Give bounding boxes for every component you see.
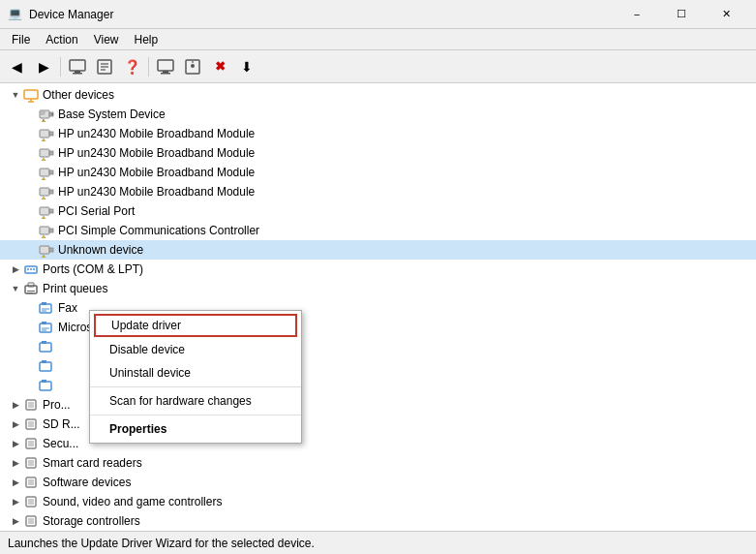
menu-help[interactable]: Help	[127, 31, 166, 48]
svg-marker-43	[42, 255, 45, 258]
svg-rect-57	[42, 322, 46, 324]
expand-print-queues[interactable]: ▼	[8, 281, 23, 296]
tree-item-base-system[interactable]: ! Base System Device	[0, 105, 756, 124]
hp2-label: HP un2430 Mobile Broadband Module	[58, 146, 255, 160]
minimize-button[interactable]: −	[615, 0, 659, 29]
svg-rect-9	[161, 73, 170, 75]
svg-rect-60	[40, 343, 51, 352]
software-icon	[23, 475, 39, 490]
tree-item-hp1[interactable]: HP un2430 Mobile Broadband Module	[0, 124, 756, 143]
software-label: Software devices	[43, 476, 131, 489]
svg-rect-42	[49, 248, 53, 252]
hp1-label: HP un2430 Mobile Broadband Module	[58, 127, 255, 140]
svg-rect-0	[70, 60, 85, 71]
title-bar: 💻 Device Manager − ☐ ✕	[0, 0, 756, 29]
svg-rect-71	[28, 441, 34, 446]
tree-item-unknown[interactable]: Unknown device	[0, 240, 756, 260]
svg-rect-19	[41, 112, 45, 113]
device-manager-button2[interactable]	[153, 54, 178, 79]
expand-other-devices[interactable]: ▼	[8, 87, 23, 103]
svg-marker-31	[42, 177, 45, 180]
window-controls: − ☐ ✕	[615, 0, 748, 29]
hp2-icon	[39, 145, 54, 161]
svg-rect-7	[158, 60, 173, 71]
tree-view[interactable]: ▼ Other devices ! Base System Device HP …	[0, 83, 756, 531]
uninstall-button[interactable]: ✖	[207, 54, 232, 79]
hp1-icon	[39, 126, 54, 141]
svg-rect-41	[40, 246, 49, 254]
smart-icon	[23, 455, 39, 471]
svg-rect-51	[27, 292, 33, 293]
tree-item-sound[interactable]: ▶ Sound, video and game controllers	[0, 492, 756, 511]
scan-hardware-button[interactable]: ⬇	[234, 54, 259, 79]
tree-item-software[interactable]: ▶ Software devices	[0, 473, 756, 492]
maximize-button[interactable]: ☐	[659, 0, 704, 29]
tree-item-smart[interactable]: ▶ Smart card readers	[0, 453, 756, 473]
menu-view[interactable]: View	[86, 31, 127, 48]
expand-software[interactable]: ▶	[8, 475, 23, 490]
toolbar-separator-1	[60, 57, 61, 77]
svg-rect-23	[40, 130, 49, 138]
tree-item-pci-simple[interactable]: PCI Simple Communications Controller	[0, 221, 756, 240]
menu-action[interactable]: Action	[38, 31, 85, 48]
context-menu: Update driver Disable device Uninstall d…	[89, 310, 302, 444]
forward-button[interactable]: ▶	[31, 54, 56, 79]
status-text: Launches the Update Driver Wizard for th…	[8, 537, 315, 550]
menu-file[interactable]: File	[4, 31, 38, 48]
tree-item-hp4[interactable]: HP un2430 Mobile Broadband Module	[0, 182, 756, 201]
svg-rect-36	[49, 209, 53, 213]
svg-rect-73	[28, 460, 34, 466]
tree-item-ports[interactable]: ▶ Ports (COM & LPT)	[0, 260, 756, 279]
expand-storage[interactable]: ▶	[8, 513, 23, 529]
printer5-icon	[39, 378, 54, 393]
svg-rect-8	[163, 71, 168, 73]
other-devices-icon	[23, 87, 39, 103]
toolbar-separator-2	[148, 57, 149, 77]
tree-item-hp2[interactable]: HP un2430 Mobile Broadband Module	[0, 143, 756, 163]
ctx-properties[interactable]: Properties	[90, 417, 301, 441]
view-resources-button[interactable]	[92, 54, 117, 79]
svg-rect-69	[28, 421, 34, 427]
svg-marker-25	[42, 138, 45, 141]
ctx-separator-2	[90, 415, 301, 416]
svg-rect-53	[42, 302, 46, 305]
proc-icon	[23, 397, 39, 413]
properties-button[interactable]	[180, 54, 205, 79]
unknown-label: Unknown device	[58, 243, 143, 257]
svg-rect-38	[40, 227, 49, 234]
ctx-uninstall-device[interactable]: Uninstall device	[90, 361, 301, 385]
svg-rect-62	[40, 362, 51, 371]
base-system-label: Base System Device	[58, 108, 166, 121]
svg-point-45	[27, 268, 29, 270]
ctx-disable-device[interactable]: Disable device	[90, 338, 301, 361]
back-button[interactable]: ◀	[4, 54, 29, 79]
hp4-icon	[39, 184, 54, 200]
expand-sec[interactable]: ▶	[8, 436, 23, 451]
hp4-label: HP un2430 Mobile Broadband Module	[58, 185, 255, 199]
expand-smart[interactable]: ▶	[8, 455, 23, 471]
svg-rect-2	[73, 73, 82, 75]
svg-point-46	[30, 268, 32, 270]
svg-marker-34	[42, 197, 45, 200]
expand-ports[interactable]: ▶	[8, 262, 23, 277]
tree-item-hp3[interactable]: HP un2430 Mobile Broadband Module	[0, 163, 756, 182]
expand-sd[interactable]: ▶	[8, 416, 23, 432]
ctx-separator-1	[90, 386, 301, 387]
ctx-scan-hardware[interactable]: Scan for hardware changes	[90, 389, 301, 413]
main-area: ▼ Other devices ! Base System Device HP …	[0, 83, 756, 531]
svg-rect-35	[40, 207, 49, 215]
tree-item-pci-serial[interactable]: PCI Serial Port	[0, 201, 756, 221]
sound-icon	[23, 494, 39, 509]
tree-item-storage[interactable]: ▶ Storage controllers	[0, 511, 756, 531]
ctx-update-driver[interactable]: Update driver	[94, 314, 297, 337]
sec-icon	[23, 436, 39, 451]
help-button[interactable]: ❓	[119, 54, 144, 79]
svg-rect-50	[27, 291, 35, 292]
printer3-icon	[39, 339, 54, 354]
close-button[interactable]: ✕	[704, 0, 748, 29]
expand-sound[interactable]: ▶	[8, 494, 23, 509]
tree-item-print-queues[interactable]: ▼ Print queues	[0, 279, 756, 298]
expand-proc[interactable]: ▶	[8, 397, 23, 413]
view-device-manager-button[interactable]	[65, 54, 90, 79]
tree-item-other-devices[interactable]: ▼ Other devices	[0, 85, 756, 105]
